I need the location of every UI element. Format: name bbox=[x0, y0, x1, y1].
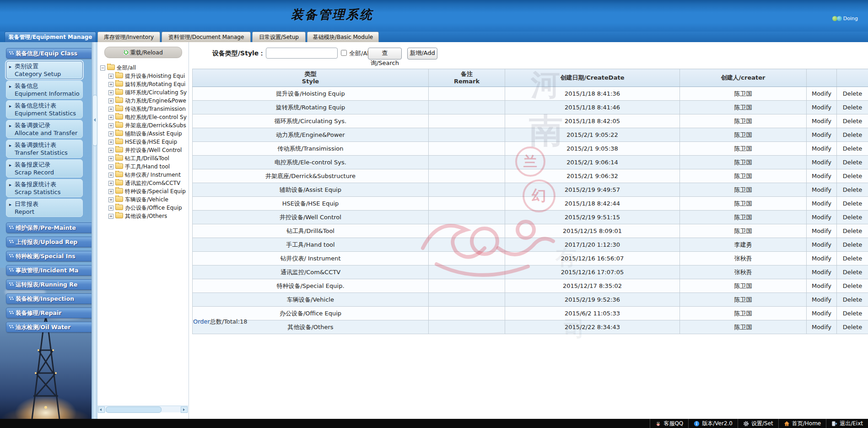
delete-link[interactable]: Delete bbox=[837, 169, 868, 183]
collapse-icon[interactable] bbox=[100, 65, 105, 70]
tree-node[interactable]: 钻井仪表/ Instrument bbox=[97, 171, 189, 179]
expand-icon[interactable] bbox=[108, 82, 113, 87]
expand-icon[interactable] bbox=[108, 90, 113, 95]
sidebar-item-transfer-statistics[interactable]: 装备调拨统计表 Transfer Statistics bbox=[6, 140, 83, 158]
expand-icon[interactable] bbox=[108, 206, 113, 211]
expand-icon[interactable] bbox=[108, 197, 113, 202]
delete-link[interactable]: Delete bbox=[837, 320, 868, 334]
modify-link[interactable]: Modify bbox=[807, 265, 837, 279]
sidebar-section-equip-class[interactable]: 装备信息/Equip Class bbox=[6, 48, 92, 59]
delete-link[interactable]: Delete bbox=[837, 87, 868, 101]
expand-icon[interactable] bbox=[108, 107, 113, 112]
tree-node[interactable]: 井控设备/Well Control bbox=[97, 146, 189, 154]
modify-link[interactable]: Modify bbox=[807, 142, 837, 156]
modify-link[interactable]: Modify bbox=[807, 87, 837, 101]
expand-icon[interactable] bbox=[108, 181, 113, 186]
sidebar-item-equipment-statistics[interactable]: 装备信息统计表 Equipment Statistics bbox=[6, 100, 83, 119]
modify-link[interactable]: Modify bbox=[807, 279, 837, 293]
expand-icon[interactable] bbox=[108, 123, 113, 128]
statusbar-version[interactable]: 版本/Ver2.0 bbox=[688, 419, 738, 428]
tab-equipment-manage[interactable]: 装备管理/Equipment Manage bbox=[5, 32, 96, 43]
modify-link[interactable]: Modify bbox=[807, 197, 837, 211]
delete-link[interactable]: Delete bbox=[837, 293, 868, 307]
tree-node[interactable]: 井架底座/Derrick&Subs bbox=[97, 121, 189, 130]
sidebar-section-repair[interactable]: 装备修理/Repair bbox=[6, 308, 92, 318]
delete-link[interactable]: Delete bbox=[837, 279, 868, 293]
delete-link[interactable]: Delete bbox=[837, 114, 868, 128]
statusbar-qq-service[interactable]: 客服QQ bbox=[650, 419, 688, 428]
splitter-handle[interactable] bbox=[92, 95, 97, 146]
expand-icon[interactable] bbox=[108, 74, 113, 79]
expand-icon[interactable] bbox=[108, 98, 113, 103]
sidebar-item-report[interactable]: 日常报表 Report bbox=[6, 199, 83, 217]
scrollbar-thumb[interactable] bbox=[106, 406, 162, 413]
scroll-right-arrow[interactable] bbox=[181, 406, 188, 413]
expand-icon[interactable] bbox=[108, 140, 113, 145]
search-button[interactable]: 查询/Search bbox=[368, 48, 402, 60]
sidebar-section-running-report[interactable]: 运转报表/Running Re bbox=[6, 279, 92, 290]
expand-icon[interactable] bbox=[108, 164, 113, 169]
delete-link[interactable]: Delete bbox=[837, 183, 868, 197]
sidebar-item-category-setup[interactable]: 类别设置 Category Setup bbox=[6, 61, 83, 79]
tree-node[interactable]: 旋转系统/Rotating Equi bbox=[97, 80, 189, 88]
modify-link[interactable]: Modify bbox=[807, 252, 837, 265]
tree-node[interactable]: 提升设备/Hoisting Equi bbox=[97, 72, 189, 80]
add-button[interactable]: 新增/Add bbox=[407, 48, 437, 60]
delete-link[interactable]: Delete bbox=[837, 211, 868, 224]
tab-inventory[interactable]: 库存管理/Inventory bbox=[97, 32, 160, 42]
expand-icon[interactable] bbox=[108, 148, 113, 153]
modify-link[interactable]: Modify bbox=[807, 307, 837, 320]
modify-link[interactable]: Modify bbox=[807, 224, 837, 238]
sidebar-section-inspection[interactable]: 装备检测/Inspection bbox=[6, 293, 92, 304]
modify-link[interactable]: Modify bbox=[807, 169, 837, 183]
expand-icon[interactable] bbox=[108, 131, 113, 136]
delete-link[interactable]: Delete bbox=[837, 101, 868, 114]
tree-node[interactable]: 特种设备/Special Equip bbox=[97, 187, 189, 195]
modify-link[interactable]: Modify bbox=[807, 156, 837, 169]
modify-link[interactable]: Modify bbox=[807, 293, 837, 307]
sidebar-section-upload-report[interactable]: 上传报表/Upload Rep bbox=[6, 237, 92, 247]
sidebar-section-special-inspection[interactable]: 特种检测/Special Ins bbox=[6, 251, 92, 261]
statusbar-exit[interactable]: 退出/Eixt bbox=[826, 419, 868, 428]
all-checkbox[interactable] bbox=[341, 50, 347, 56]
tree-node[interactable]: 辅助设备/Assist Equip bbox=[97, 130, 189, 138]
tree-node[interactable]: 其他设备/Others bbox=[97, 212, 189, 220]
tree-node[interactable]: 循环系统/Circulating Sy bbox=[97, 88, 189, 97]
delete-link[interactable]: Delete bbox=[837, 128, 868, 142]
expand-icon[interactable] bbox=[108, 115, 113, 120]
sidebar-section-incident-manage[interactable]: 事故管理/Incident Ma bbox=[6, 265, 92, 276]
tree-node-root[interactable]: 全部/all bbox=[97, 64, 189, 72]
delete-link[interactable]: Delete bbox=[837, 307, 868, 320]
modify-link[interactable]: Modify bbox=[807, 320, 837, 334]
delete-link[interactable]: Delete bbox=[837, 156, 868, 169]
statusbar-home[interactable]: 首页/Home bbox=[778, 419, 826, 428]
scroll-left-arrow[interactable] bbox=[98, 406, 105, 413]
tree-node[interactable]: HSE设备/HSE Equip bbox=[97, 138, 189, 146]
tab-document-manage[interactable]: 资料管理/Document Manage bbox=[162, 32, 251, 42]
sidebar-item-equipment-information[interactable]: 装备信息 Equipment Informatio bbox=[6, 81, 83, 99]
sidebar-section-pre-mainte[interactable]: 维护保养/Pre-Mainte bbox=[6, 222, 92, 233]
tree-node[interactable]: 通讯监控/Com&CCTV bbox=[97, 179, 189, 187]
delete-link[interactable]: Delete bbox=[837, 142, 868, 156]
expand-icon[interactable] bbox=[108, 173, 113, 178]
tree-node[interactable]: 办公设备/Office Equip bbox=[97, 204, 189, 212]
modify-link[interactable]: Modify bbox=[807, 101, 837, 114]
style-search-input[interactable] bbox=[266, 48, 338, 59]
tree-horizontal-scrollbar[interactable] bbox=[97, 406, 188, 412]
expand-icon[interactable] bbox=[108, 189, 113, 194]
tree-node[interactable]: 电控系统/Ele-control Sy bbox=[97, 113, 189, 121]
tab-setup[interactable]: 日常设置/Setup bbox=[252, 32, 306, 42]
tree-node[interactable]: 动力系统/Engine&Powe bbox=[97, 97, 189, 105]
tree-node[interactable]: 传动系统/Transimission bbox=[97, 105, 189, 113]
delete-link[interactable]: Delete bbox=[837, 224, 868, 238]
tree-node[interactable]: 钻工具/Drill&Tool bbox=[97, 154, 189, 163]
modify-link[interactable]: Modify bbox=[807, 128, 837, 142]
expand-icon[interactable] bbox=[108, 214, 113, 219]
tab-basic-module[interactable]: 基础模块/Basic Module bbox=[307, 32, 379, 42]
statusbar-settings[interactable]: 设置/Set bbox=[738, 419, 778, 428]
sidebar-item-scrap-statistics[interactable]: 装备报废统计表 Scrap Statistics bbox=[6, 179, 83, 197]
reload-button[interactable]: 重载/Reload bbox=[104, 47, 182, 58]
tree-node[interactable]: 手工具/Hand tool bbox=[97, 163, 189, 171]
order-link[interactable]: Order bbox=[193, 318, 210, 325]
sidebar-section-oil-water[interactable]: 油水检测/Oil Water bbox=[6, 322, 92, 332]
